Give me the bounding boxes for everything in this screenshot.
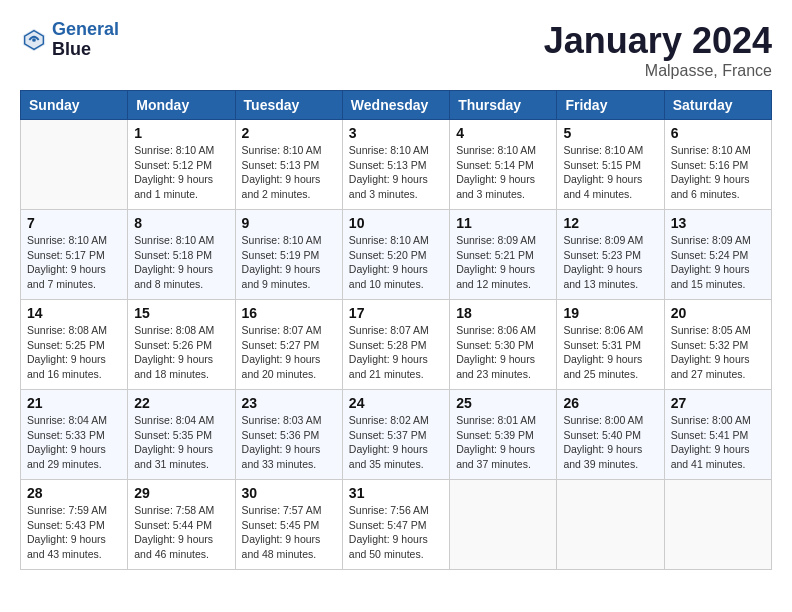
week-row-2: 7Sunrise: 8:10 AMSunset: 5:17 PMDaylight…	[21, 210, 772, 300]
calendar-cell: 29Sunrise: 7:58 AMSunset: 5:44 PMDayligh…	[128, 480, 235, 570]
date-number: 2	[242, 125, 336, 141]
logo: General Blue	[20, 20, 119, 60]
svg-point-2	[32, 38, 36, 42]
date-number: 18	[456, 305, 550, 321]
cell-info: Sunrise: 8:10 AMSunset: 5:13 PMDaylight:…	[242, 143, 336, 202]
calendar-title: January 2024	[544, 20, 772, 62]
cell-info: Sunrise: 8:10 AMSunset: 5:20 PMDaylight:…	[349, 233, 443, 292]
cell-info: Sunrise: 8:02 AMSunset: 5:37 PMDaylight:…	[349, 413, 443, 472]
cell-info: Sunrise: 8:10 AMSunset: 5:18 PMDaylight:…	[134, 233, 228, 292]
date-number: 14	[27, 305, 121, 321]
date-number: 21	[27, 395, 121, 411]
calendar-cell	[450, 480, 557, 570]
date-number: 8	[134, 215, 228, 231]
calendar-subtitle: Malpasse, France	[544, 62, 772, 80]
cell-info: Sunrise: 8:10 AMSunset: 5:19 PMDaylight:…	[242, 233, 336, 292]
calendar-cell	[557, 480, 664, 570]
calendar-cell: 7Sunrise: 8:10 AMSunset: 5:17 PMDaylight…	[21, 210, 128, 300]
cell-info: Sunrise: 7:58 AMSunset: 5:44 PMDaylight:…	[134, 503, 228, 562]
calendar-cell: 9Sunrise: 8:10 AMSunset: 5:19 PMDaylight…	[235, 210, 342, 300]
day-header-saturday: Saturday	[664, 91, 771, 120]
calendar-cell: 1Sunrise: 8:10 AMSunset: 5:12 PMDaylight…	[128, 120, 235, 210]
calendar-cell: 19Sunrise: 8:06 AMSunset: 5:31 PMDayligh…	[557, 300, 664, 390]
cell-info: Sunrise: 8:04 AMSunset: 5:35 PMDaylight:…	[134, 413, 228, 472]
date-number: 17	[349, 305, 443, 321]
cell-info: Sunrise: 8:10 AMSunset: 5:17 PMDaylight:…	[27, 233, 121, 292]
date-number: 22	[134, 395, 228, 411]
cell-info: Sunrise: 7:56 AMSunset: 5:47 PMDaylight:…	[349, 503, 443, 562]
calendar-cell: 3Sunrise: 8:10 AMSunset: 5:13 PMDaylight…	[342, 120, 449, 210]
calendar-cell: 28Sunrise: 7:59 AMSunset: 5:43 PMDayligh…	[21, 480, 128, 570]
calendar-cell: 27Sunrise: 8:00 AMSunset: 5:41 PMDayligh…	[664, 390, 771, 480]
logo-icon	[20, 26, 48, 54]
date-number: 12	[563, 215, 657, 231]
calendar-cell: 10Sunrise: 8:10 AMSunset: 5:20 PMDayligh…	[342, 210, 449, 300]
date-number: 4	[456, 125, 550, 141]
cell-info: Sunrise: 8:09 AMSunset: 5:24 PMDaylight:…	[671, 233, 765, 292]
date-number: 13	[671, 215, 765, 231]
calendar-cell: 5Sunrise: 8:10 AMSunset: 5:15 PMDaylight…	[557, 120, 664, 210]
date-number: 25	[456, 395, 550, 411]
calendar-cell: 18Sunrise: 8:06 AMSunset: 5:30 PMDayligh…	[450, 300, 557, 390]
cell-info: Sunrise: 8:00 AMSunset: 5:40 PMDaylight:…	[563, 413, 657, 472]
cell-info: Sunrise: 8:07 AMSunset: 5:28 PMDaylight:…	[349, 323, 443, 382]
date-number: 28	[27, 485, 121, 501]
cell-info: Sunrise: 8:06 AMSunset: 5:31 PMDaylight:…	[563, 323, 657, 382]
calendar-table: SundayMondayTuesdayWednesdayThursdayFrid…	[20, 90, 772, 570]
date-number: 26	[563, 395, 657, 411]
cell-info: Sunrise: 8:06 AMSunset: 5:30 PMDaylight:…	[456, 323, 550, 382]
date-number: 16	[242, 305, 336, 321]
week-row-4: 21Sunrise: 8:04 AMSunset: 5:33 PMDayligh…	[21, 390, 772, 480]
date-number: 15	[134, 305, 228, 321]
calendar-cell: 13Sunrise: 8:09 AMSunset: 5:24 PMDayligh…	[664, 210, 771, 300]
cell-info: Sunrise: 8:00 AMSunset: 5:41 PMDaylight:…	[671, 413, 765, 472]
date-number: 3	[349, 125, 443, 141]
cell-info: Sunrise: 8:10 AMSunset: 5:14 PMDaylight:…	[456, 143, 550, 202]
calendar-cell: 2Sunrise: 8:10 AMSunset: 5:13 PMDaylight…	[235, 120, 342, 210]
day-header-thursday: Thursday	[450, 91, 557, 120]
cell-info: Sunrise: 8:10 AMSunset: 5:16 PMDaylight:…	[671, 143, 765, 202]
date-number: 11	[456, 215, 550, 231]
header-row: SundayMondayTuesdayWednesdayThursdayFrid…	[21, 91, 772, 120]
calendar-cell: 11Sunrise: 8:09 AMSunset: 5:21 PMDayligh…	[450, 210, 557, 300]
calendar-cell: 6Sunrise: 8:10 AMSunset: 5:16 PMDaylight…	[664, 120, 771, 210]
cell-info: Sunrise: 8:03 AMSunset: 5:36 PMDaylight:…	[242, 413, 336, 472]
calendar-cell: 22Sunrise: 8:04 AMSunset: 5:35 PMDayligh…	[128, 390, 235, 480]
calendar-cell: 31Sunrise: 7:56 AMSunset: 5:47 PMDayligh…	[342, 480, 449, 570]
page-header: General Blue January 2024 Malpasse, Fran…	[20, 20, 772, 80]
calendar-cell: 12Sunrise: 8:09 AMSunset: 5:23 PMDayligh…	[557, 210, 664, 300]
cell-info: Sunrise: 8:01 AMSunset: 5:39 PMDaylight:…	[456, 413, 550, 472]
cell-info: Sunrise: 8:09 AMSunset: 5:21 PMDaylight:…	[456, 233, 550, 292]
week-row-3: 14Sunrise: 8:08 AMSunset: 5:25 PMDayligh…	[21, 300, 772, 390]
date-number: 23	[242, 395, 336, 411]
calendar-cell: 17Sunrise: 8:07 AMSunset: 5:28 PMDayligh…	[342, 300, 449, 390]
calendar-cell: 30Sunrise: 7:57 AMSunset: 5:45 PMDayligh…	[235, 480, 342, 570]
day-header-tuesday: Tuesday	[235, 91, 342, 120]
day-header-wednesday: Wednesday	[342, 91, 449, 120]
calendar-cell: 21Sunrise: 8:04 AMSunset: 5:33 PMDayligh…	[21, 390, 128, 480]
date-number: 7	[27, 215, 121, 231]
day-header-sunday: Sunday	[21, 91, 128, 120]
date-number: 29	[134, 485, 228, 501]
calendar-cell: 20Sunrise: 8:05 AMSunset: 5:32 PMDayligh…	[664, 300, 771, 390]
date-number: 27	[671, 395, 765, 411]
day-header-friday: Friday	[557, 91, 664, 120]
calendar-cell: 25Sunrise: 8:01 AMSunset: 5:39 PMDayligh…	[450, 390, 557, 480]
calendar-cell: 4Sunrise: 8:10 AMSunset: 5:14 PMDaylight…	[450, 120, 557, 210]
calendar-cell	[21, 120, 128, 210]
date-number: 5	[563, 125, 657, 141]
date-number: 19	[563, 305, 657, 321]
week-row-5: 28Sunrise: 7:59 AMSunset: 5:43 PMDayligh…	[21, 480, 772, 570]
cell-info: Sunrise: 7:57 AMSunset: 5:45 PMDaylight:…	[242, 503, 336, 562]
date-number: 6	[671, 125, 765, 141]
date-number: 24	[349, 395, 443, 411]
cell-info: Sunrise: 8:07 AMSunset: 5:27 PMDaylight:…	[242, 323, 336, 382]
cell-info: Sunrise: 8:10 AMSunset: 5:15 PMDaylight:…	[563, 143, 657, 202]
cell-info: Sunrise: 8:08 AMSunset: 5:26 PMDaylight:…	[134, 323, 228, 382]
cell-info: Sunrise: 8:04 AMSunset: 5:33 PMDaylight:…	[27, 413, 121, 472]
calendar-cell: 16Sunrise: 8:07 AMSunset: 5:27 PMDayligh…	[235, 300, 342, 390]
cell-info: Sunrise: 8:08 AMSunset: 5:25 PMDaylight:…	[27, 323, 121, 382]
cell-info: Sunrise: 7:59 AMSunset: 5:43 PMDaylight:…	[27, 503, 121, 562]
cell-info: Sunrise: 8:09 AMSunset: 5:23 PMDaylight:…	[563, 233, 657, 292]
day-header-monday: Monday	[128, 91, 235, 120]
